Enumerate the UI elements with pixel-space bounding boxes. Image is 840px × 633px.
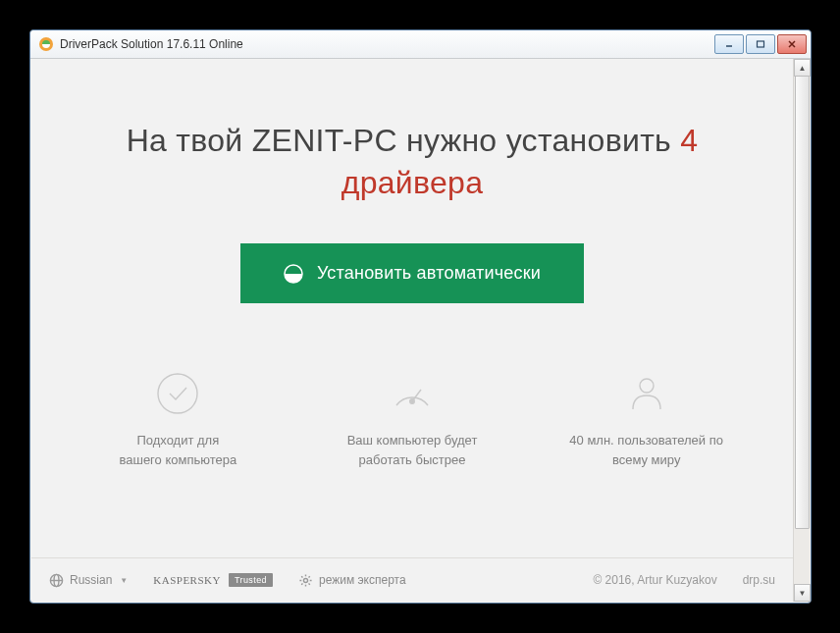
- headline: На твой ZENIT-PC нужно установить 4 драй…: [127, 120, 699, 204]
- chevron-down-icon: ▼: [120, 576, 128, 585]
- language-label: Russian: [70, 573, 112, 587]
- features-row: Подходит длявашего компьютера Ваш компью…: [31, 372, 793, 469]
- headline-line2: драйвера: [341, 165, 484, 200]
- headline-pc-name: ZENIT-PC: [252, 123, 397, 158]
- trusted-badge: Trusted: [229, 573, 273, 587]
- expert-mode-button[interactable]: режим эксперта: [298, 573, 406, 588]
- feature-text: Ваш компьютер будетработать быстрее: [347, 431, 478, 469]
- feature-text: 40 млн. пользователей повсему миру: [569, 431, 723, 469]
- maximize-button[interactable]: [746, 34, 775, 54]
- scroll-down-button[interactable]: ▼: [794, 584, 811, 602]
- minimize-button[interactable]: [714, 34, 744, 54]
- gear-icon: [298, 573, 313, 588]
- feature-text: Подходит длявашего компьютера: [119, 431, 236, 469]
- globe-icon: [49, 573, 64, 588]
- feature-users: 40 млн. пользователей повсему миру: [529, 372, 763, 469]
- kaspersky-badge[interactable]: KASPERSKY Trusted: [153, 573, 273, 587]
- headline-part2: нужно установить: [397, 123, 680, 158]
- scroll-thumb[interactable]: [795, 76, 810, 529]
- language-selector[interactable]: Russian ▼: [49, 573, 128, 588]
- vertical-scrollbar[interactable]: ▲ ▼: [793, 59, 810, 602]
- headline-part1: На твой: [127, 123, 252, 158]
- svg-point-12: [303, 578, 307, 582]
- check-circle-icon: [156, 372, 199, 415]
- svg-rect-2: [758, 41, 764, 47]
- close-button[interactable]: [777, 34, 807, 54]
- kaspersky-name: KASPERSKY: [153, 574, 221, 586]
- install-auto-button[interactable]: Установить автоматически: [240, 243, 584, 303]
- install-button-label: Установить автоматически: [317, 263, 541, 284]
- gauge-icon: [391, 372, 434, 415]
- feature-compatible: Подходит длявашего компьютера: [61, 372, 295, 469]
- svg-point-8: [640, 379, 654, 393]
- site-link[interactable]: drp.su: [743, 573, 775, 587]
- expert-mode-label: режим эксперта: [319, 573, 406, 587]
- app-window: DriverPack Solution 17.6.11 Online На тв…: [29, 29, 812, 604]
- app-icon: [38, 36, 54, 52]
- window-title: DriverPack Solution 17.6.11 Online: [60, 37, 714, 51]
- user-icon: [625, 372, 668, 415]
- driverpack-icon: [284, 264, 303, 284]
- feature-faster: Ваш компьютер будетработать быстрее: [295, 372, 530, 469]
- svg-line-7: [412, 390, 421, 401]
- titlebar[interactable]: DriverPack Solution 17.6.11 Online: [30, 30, 811, 59]
- svg-point-5: [158, 374, 197, 413]
- headline-count: 4: [680, 123, 698, 158]
- content-area: На твой ZENIT-PC нужно установить 4 драй…: [31, 59, 793, 602]
- footer: Russian ▼ KASPERSKY Trusted режим экспер…: [31, 557, 793, 602]
- copyright-text: © 2016, Artur Kuzyakov: [593, 573, 716, 587]
- scroll-up-button[interactable]: ▲: [794, 59, 811, 77]
